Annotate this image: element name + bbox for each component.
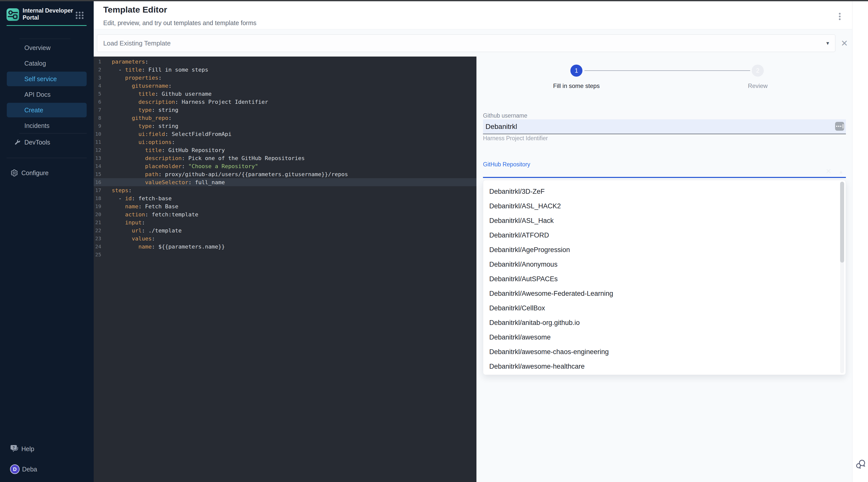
page-subtitle: Edit, preview, and try out templates and… (103, 19, 256, 27)
repository-option-10[interactable]: Debanitrkl/anitab-org.github.io (483, 315, 846, 330)
code-line-13[interactable]: 13 description: Pick one of the GitHub R… (94, 154, 476, 162)
repository-option-2[interactable]: Debanitrkl/ASL_HACK2 (483, 199, 846, 213)
code-line-3[interactable]: 3 properties: (94, 73, 476, 82)
code-line-11[interactable]: 11 ui:options: (94, 138, 476, 146)
repository-option-11[interactable]: Debanitrkl/awesome (483, 330, 846, 344)
step-1-label: Fill in some steps (539, 83, 614, 89)
code-text: ui:options: (112, 139, 175, 145)
code-text: name: Fetch Base (112, 203, 178, 210)
repository-option-12[interactable]: Debanitrkl/awesome-chaos-engineering (483, 344, 846, 359)
repository-option-3[interactable]: Debanitrkl/ASL_Hack (483, 213, 846, 228)
line-number: 3 (94, 74, 101, 81)
code-line-16[interactable]: 16 valueSelector: full_name (94, 178, 476, 186)
code-line-4[interactable]: 4 gitusername: (94, 82, 476, 90)
wrench-icon (14, 139, 21, 147)
help-button[interactable]: ? Help (7, 442, 87, 456)
code-text: valueSelector: full_name (112, 179, 225, 185)
page-title: Template Editor (103, 5, 167, 14)
code-line-1[interactable]: 1parameters: (94, 58, 476, 66)
step-connector (584, 70, 750, 71)
code-line-15[interactable]: 15 path: proxy/github-api/users/{{parame… (94, 170, 476, 178)
code-line-20[interactable]: 20 action: fetch:template (94, 210, 476, 218)
line-number: 17 (94, 187, 101, 193)
sidebar-item-configure[interactable]: Configure (7, 165, 87, 180)
apps-grid-icon[interactable] (75, 11, 84, 19)
code-line-2[interactable]: 2 - title: Fill in some steps (94, 66, 476, 73)
line-number: 25 (94, 251, 101, 258)
line-number: 7 (94, 107, 101, 113)
sidebar-item-self-service[interactable]: Self service (7, 71, 87, 86)
code-text: gitusername: (112, 83, 172, 89)
code-text: values: (112, 236, 155, 242)
repository-option-8[interactable]: Debanitrkl/Awesome-Federated-Learning (483, 286, 846, 301)
sidebar-item-devtools[interactable]: DevTools (7, 135, 87, 150)
code-line-14[interactable]: 14 placeholder: "Choose a Repository" (94, 162, 476, 170)
gear-icon (10, 169, 18, 178)
code-line-12[interactable]: 12 title: GitHub Repository (94, 146, 476, 154)
repository-option-5[interactable]: Debanitrkl/AgeProgression (483, 242, 846, 257)
chat-widget-button[interactable] (855, 458, 866, 470)
code-editor[interactable]: 1parameters:2 - title: Fill in some step… (94, 57, 476, 482)
repository-option-4[interactable]: Debanitrkl/ATFORD (483, 228, 846, 242)
sidebar-item-catalog[interactable]: Catalog (7, 56, 87, 71)
sidebar-item-incidents[interactable]: Incidents (7, 118, 87, 133)
code-line-25[interactable]: 25 (94, 250, 476, 259)
kebab-menu-icon (839, 13, 841, 14)
code-line-7[interactable]: 7 type: string (94, 106, 476, 114)
step-2-indicator[interactable]: 2 (752, 65, 764, 77)
repository-option-7[interactable]: Debanitrkl/AutSPACEs (483, 272, 846, 286)
line-number: 15 (94, 171, 101, 177)
code-text: properties: (112, 74, 162, 81)
code-text: name: ${{parameters.name}} (112, 243, 225, 250)
app-logo-icon (6, 8, 19, 21)
code-text: url: ./template (112, 228, 182, 234)
repository-options: Debanitrkl/3D-ZeFDebanitrkl/ASL_HACK2Deb… (483, 184, 846, 374)
code-line-17[interactable]: 17steps: (94, 186, 476, 194)
code-line-5[interactable]: 5 title: Github username (94, 90, 476, 98)
code-text: type: string (112, 123, 178, 129)
repository-option-9[interactable]: Debanitrkl/CellBox (483, 301, 846, 315)
code-line-23[interactable]: 23 values: (94, 235, 476, 242)
sidebar-item-api-docs[interactable]: API Docs (7, 87, 87, 102)
code-line-24[interactable]: 24 name: ${{parameters.name}} (94, 242, 476, 250)
close-template-editor-button[interactable]: ✕ (840, 35, 849, 52)
code-line-10[interactable]: 10 ui:field: SelectFieldFromApi (94, 130, 476, 138)
sidebar-item-create[interactable]: Create (7, 103, 87, 117)
sidebar-item-label: Configure (21, 170, 49, 177)
kebab-menu-button[interactable] (836, 11, 843, 22)
code-line-6[interactable]: 6 description: Harness Project Identifie… (94, 98, 476, 106)
repository-option-1[interactable]: Debanitrkl/3D-ZeF (483, 184, 846, 199)
line-number: 14 (94, 163, 101, 169)
sidebar-divider-top (19, 39, 70, 39)
step-number: 2 (756, 67, 759, 74)
dropdown-scrollbar-thumb[interactable] (840, 182, 844, 263)
repository-collapse-icon[interactable]: ▲ (839, 169, 843, 175)
github-username-field[interactable] (483, 119, 846, 134)
sidebar-item-overview[interactable]: Overview (7, 40, 87, 55)
load-template-select[interactable]: Load Existing Template ▾ (97, 34, 835, 52)
code-line-22[interactable]: 22 url: ./template (94, 227, 476, 235)
code-line-21[interactable]: 21 input: (94, 218, 476, 227)
line-number: 24 (94, 243, 101, 249)
avatar[interactable]: D (10, 464, 20, 474)
code-text: action: fetch:template (112, 211, 198, 218)
code-line-9[interactable]: 9 type: string (94, 122, 476, 130)
form-preview-panel: 1 2 Fill in some steps Review Github use… (476, 57, 852, 482)
app-title: Internal Developer Portal (23, 7, 75, 21)
code-line-19[interactable]: 19 name: Fetch Base (94, 202, 476, 210)
sidebar-item-label: DevTools (24, 139, 50, 146)
code-text: title: GitHub Repository (112, 147, 225, 153)
repository-option-13[interactable]: Debanitrkl/awesome-healthcare (483, 359, 846, 374)
repository-option-6[interactable]: Debanitrkl/Anonymous (483, 257, 846, 272)
code-text: input: (112, 219, 145, 226)
chat-bubbles-icon (855, 466, 866, 471)
autofill-icon[interactable] (835, 122, 844, 131)
username-underline (483, 134, 846, 134)
step-1-indicator[interactable]: 1 (570, 65, 583, 77)
code-line-18[interactable]: 18 - id: fetch-base (94, 194, 476, 202)
right-strip (852, 1, 868, 482)
code-text: type: string (112, 107, 178, 113)
line-number: 19 (94, 203, 101, 209)
code-line-8[interactable]: 8 github_repo: (94, 114, 476, 122)
repository-clear-icon[interactable]: ✕ (826, 167, 831, 175)
